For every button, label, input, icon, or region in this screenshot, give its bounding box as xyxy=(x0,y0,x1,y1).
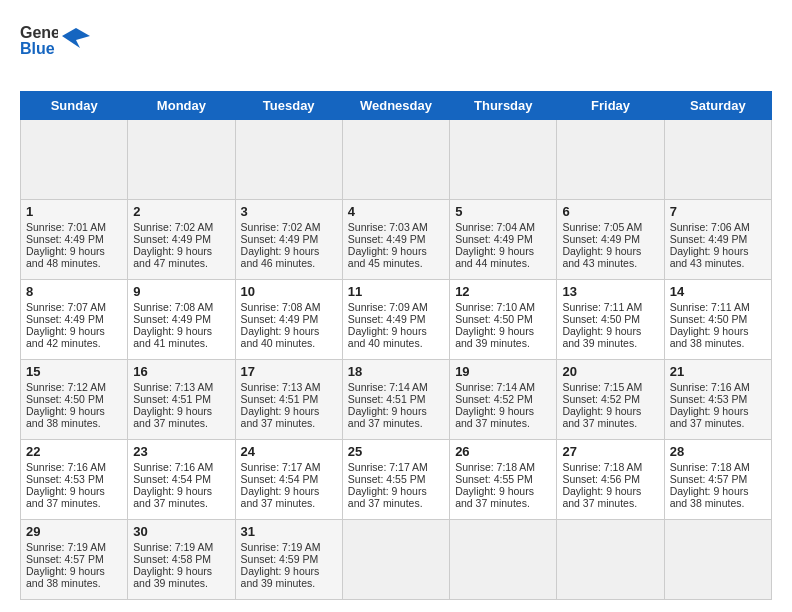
calendar-cell: 24Sunrise: 7:17 AMSunset: 4:54 PMDayligh… xyxy=(235,440,342,520)
sunrise-text: Sunrise: 7:14 AM xyxy=(455,381,551,393)
calendar-cell: 26Sunrise: 7:18 AMSunset: 4:55 PMDayligh… xyxy=(450,440,557,520)
calendar-cell: 7Sunrise: 7:06 AMSunset: 4:49 PMDaylight… xyxy=(664,200,771,280)
daylight-text: Daylight: 9 hours and 44 minutes. xyxy=(455,245,551,269)
daylight-text: Daylight: 9 hours and 37 minutes. xyxy=(241,405,337,429)
sunrise-text: Sunrise: 7:16 AM xyxy=(133,461,229,473)
calendar-cell: 10Sunrise: 7:08 AMSunset: 4:49 PMDayligh… xyxy=(235,280,342,360)
sunset-text: Sunset: 4:49 PM xyxy=(133,313,229,325)
page-header: General Blue xyxy=(20,20,772,81)
day-number: 2 xyxy=(133,204,229,219)
calendar-cell: 8Sunrise: 7:07 AMSunset: 4:49 PMDaylight… xyxy=(21,280,128,360)
calendar-cell: 20Sunrise: 7:15 AMSunset: 4:52 PMDayligh… xyxy=(557,360,664,440)
sunrise-text: Sunrise: 7:06 AM xyxy=(670,221,766,233)
sunrise-text: Sunrise: 7:18 AM xyxy=(455,461,551,473)
calendar-cell: 11Sunrise: 7:09 AMSunset: 4:49 PMDayligh… xyxy=(342,280,449,360)
day-number: 6 xyxy=(562,204,658,219)
sunset-text: Sunset: 4:51 PM xyxy=(241,393,337,405)
sunrise-text: Sunrise: 7:17 AM xyxy=(241,461,337,473)
col-header-monday: Monday xyxy=(128,92,235,120)
daylight-text: Daylight: 9 hours and 48 minutes. xyxy=(26,245,122,269)
calendar-cell xyxy=(450,120,557,200)
col-header-wednesday: Wednesday xyxy=(342,92,449,120)
calendar-cell: 16Sunrise: 7:13 AMSunset: 4:51 PMDayligh… xyxy=(128,360,235,440)
calendar-cell: 29Sunrise: 7:19 AMSunset: 4:57 PMDayligh… xyxy=(21,520,128,600)
sunset-text: Sunset: 4:54 PM xyxy=(241,473,337,485)
col-header-friday: Friday xyxy=(557,92,664,120)
calendar-cell: 31Sunrise: 7:19 AMSunset: 4:59 PMDayligh… xyxy=(235,520,342,600)
calendar-cell xyxy=(342,120,449,200)
sunset-text: Sunset: 4:49 PM xyxy=(670,233,766,245)
sunset-text: Sunset: 4:49 PM xyxy=(26,313,122,325)
logo-bird-icon xyxy=(62,26,90,48)
sunset-text: Sunset: 4:49 PM xyxy=(455,233,551,245)
sunset-text: Sunset: 4:52 PM xyxy=(562,393,658,405)
day-number: 31 xyxy=(241,524,337,539)
sunrise-text: Sunrise: 7:11 AM xyxy=(670,301,766,313)
day-number: 28 xyxy=(670,444,766,459)
day-number: 26 xyxy=(455,444,551,459)
col-header-tuesday: Tuesday xyxy=(235,92,342,120)
daylight-text: Daylight: 9 hours and 42 minutes. xyxy=(26,325,122,349)
day-number: 9 xyxy=(133,284,229,299)
sunset-text: Sunset: 4:49 PM xyxy=(241,313,337,325)
calendar-cell: 19Sunrise: 7:14 AMSunset: 4:52 PMDayligh… xyxy=(450,360,557,440)
day-number: 8 xyxy=(26,284,122,299)
day-number: 25 xyxy=(348,444,444,459)
daylight-text: Daylight: 9 hours and 40 minutes. xyxy=(348,325,444,349)
daylight-text: Daylight: 9 hours and 43 minutes. xyxy=(562,245,658,269)
calendar-cell xyxy=(235,120,342,200)
daylight-text: Daylight: 9 hours and 37 minutes. xyxy=(133,485,229,509)
day-number: 11 xyxy=(348,284,444,299)
sunrise-text: Sunrise: 7:16 AM xyxy=(670,381,766,393)
sunset-text: Sunset: 4:55 PM xyxy=(348,473,444,485)
day-number: 15 xyxy=(26,364,122,379)
calendar-cell: 13Sunrise: 7:11 AMSunset: 4:50 PMDayligh… xyxy=(557,280,664,360)
daylight-text: Daylight: 9 hours and 37 minutes. xyxy=(348,405,444,429)
calendar-cell: 6Sunrise: 7:05 AMSunset: 4:49 PMDaylight… xyxy=(557,200,664,280)
sunrise-text: Sunrise: 7:05 AM xyxy=(562,221,658,233)
daylight-text: Daylight: 9 hours and 37 minutes. xyxy=(455,485,551,509)
sunset-text: Sunset: 4:49 PM xyxy=(26,233,122,245)
sunrise-text: Sunrise: 7:11 AM xyxy=(562,301,658,313)
sunrise-text: Sunrise: 7:04 AM xyxy=(455,221,551,233)
svg-text:Blue: Blue xyxy=(20,40,55,57)
sunrise-text: Sunrise: 7:08 AM xyxy=(133,301,229,313)
calendar-cell xyxy=(664,520,771,600)
logo: General Blue xyxy=(20,20,90,81)
daylight-text: Daylight: 9 hours and 45 minutes. xyxy=(348,245,444,269)
calendar-cell: 18Sunrise: 7:14 AMSunset: 4:51 PMDayligh… xyxy=(342,360,449,440)
calendar-table: SundayMondayTuesdayWednesdayThursdayFrid… xyxy=(20,91,772,600)
sunrise-text: Sunrise: 7:03 AM xyxy=(348,221,444,233)
calendar-cell: 23Sunrise: 7:16 AMSunset: 4:54 PMDayligh… xyxy=(128,440,235,520)
sunset-text: Sunset: 4:55 PM xyxy=(455,473,551,485)
daylight-text: Daylight: 9 hours and 37 minutes. xyxy=(26,485,122,509)
sunrise-text: Sunrise: 7:13 AM xyxy=(133,381,229,393)
calendar-week-row xyxy=(21,120,772,200)
col-header-saturday: Saturday xyxy=(664,92,771,120)
daylight-text: Daylight: 9 hours and 41 minutes. xyxy=(133,325,229,349)
daylight-text: Daylight: 9 hours and 39 minutes. xyxy=(455,325,551,349)
sunrise-text: Sunrise: 7:02 AM xyxy=(241,221,337,233)
day-number: 17 xyxy=(241,364,337,379)
calendar-cell: 22Sunrise: 7:16 AMSunset: 4:53 PMDayligh… xyxy=(21,440,128,520)
sunrise-text: Sunrise: 7:18 AM xyxy=(670,461,766,473)
daylight-text: Daylight: 9 hours and 37 minutes. xyxy=(133,405,229,429)
day-number: 14 xyxy=(670,284,766,299)
calendar-cell: 27Sunrise: 7:18 AMSunset: 4:56 PMDayligh… xyxy=(557,440,664,520)
sunset-text: Sunset: 4:59 PM xyxy=(241,553,337,565)
sunrise-text: Sunrise: 7:19 AM xyxy=(133,541,229,553)
calendar-cell: 5Sunrise: 7:04 AMSunset: 4:49 PMDaylight… xyxy=(450,200,557,280)
sunset-text: Sunset: 4:49 PM xyxy=(241,233,337,245)
calendar-cell: 14Sunrise: 7:11 AMSunset: 4:50 PMDayligh… xyxy=(664,280,771,360)
daylight-text: Daylight: 9 hours and 47 minutes. xyxy=(133,245,229,269)
calendar-week-row: 8Sunrise: 7:07 AMSunset: 4:49 PMDaylight… xyxy=(21,280,772,360)
daylight-text: Daylight: 9 hours and 38 minutes. xyxy=(26,565,122,589)
sunset-text: Sunset: 4:57 PM xyxy=(670,473,766,485)
sunset-text: Sunset: 4:54 PM xyxy=(133,473,229,485)
daylight-text: Daylight: 9 hours and 37 minutes. xyxy=(562,485,658,509)
sunset-text: Sunset: 4:57 PM xyxy=(26,553,122,565)
day-number: 12 xyxy=(455,284,551,299)
sunset-text: Sunset: 4:50 PM xyxy=(670,313,766,325)
daylight-text: Daylight: 9 hours and 37 minutes. xyxy=(348,485,444,509)
daylight-text: Daylight: 9 hours and 37 minutes. xyxy=(670,405,766,429)
